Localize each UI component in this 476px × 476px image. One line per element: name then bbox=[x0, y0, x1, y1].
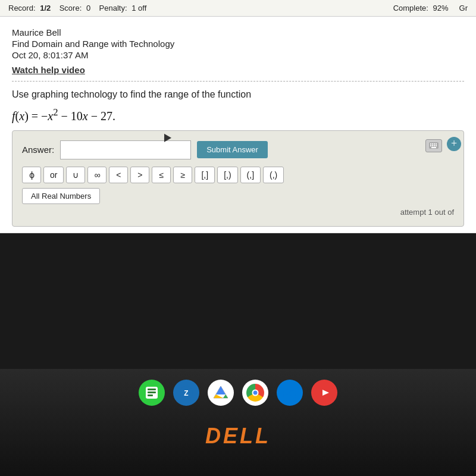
svg-rect-7 bbox=[434, 145, 435, 146]
score-label: Score: bbox=[60, 4, 82, 12]
main-content: Maurice Bell Find Domain and Range with … bbox=[0, 17, 476, 233]
complete-value: 92% bbox=[433, 4, 449, 12]
top-bar: Record: 1/2 Score: 0 Penalty: 1 off Comp… bbox=[0, 0, 476, 17]
youtube-icon[interactable] bbox=[311, 380, 337, 406]
or-button[interactable]: or bbox=[43, 167, 64, 183]
onedrive-icon[interactable] bbox=[277, 380, 303, 406]
answer-input[interactable] bbox=[60, 140, 191, 159]
geq-button[interactable]: ≥ bbox=[173, 167, 192, 183]
svg-text:Z: Z bbox=[184, 389, 188, 397]
infinity-button[interactable]: ∞ bbox=[87, 167, 107, 183]
svg-rect-3 bbox=[434, 143, 435, 145]
watch-help-link[interactable]: Watch help video bbox=[12, 65, 464, 75]
penalty-label: Penalty: bbox=[99, 4, 127, 12]
all-real-numbers-button[interactable]: All Real Numbers bbox=[22, 188, 100, 204]
divider bbox=[12, 81, 464, 82]
half-open-left-button[interactable]: (,] bbox=[240, 167, 261, 183]
taskbar-icons: Z bbox=[139, 380, 337, 406]
svg-rect-1 bbox=[430, 143, 431, 145]
svg-rect-9 bbox=[431, 147, 436, 148]
symbol-row: ϕ or ∪ ∞ < > ≤ ≥ [,] [,) (,] (,) bbox=[22, 167, 454, 183]
attempt-text: attempt 1 out of bbox=[22, 208, 454, 217]
svg-rect-11 bbox=[148, 389, 156, 390]
zoom-icon[interactable]: Z bbox=[173, 380, 199, 406]
svg-rect-4 bbox=[436, 143, 437, 145]
svg-rect-8 bbox=[436, 145, 437, 146]
svg-rect-2 bbox=[432, 143, 433, 145]
svg-marker-17 bbox=[216, 386, 226, 394]
penalty-value: 1 off bbox=[131, 4, 146, 12]
all-real-numbers-row: All Real Numbers bbox=[22, 188, 454, 204]
record-label: Record: bbox=[8, 4, 36, 12]
svg-rect-12 bbox=[148, 392, 156, 393]
answer-row: Answer: Submit Answer bbox=[22, 140, 454, 159]
answer-label: Answer: bbox=[22, 145, 54, 155]
student-name: Maurice Bell bbox=[12, 27, 464, 37]
less-button[interactable]: < bbox=[109, 167, 128, 183]
assignment-title: Find Domain and Range with Technology bbox=[12, 39, 464, 49]
svg-marker-19 bbox=[223, 394, 228, 398]
google-classroom-icon[interactable] bbox=[139, 380, 165, 406]
svg-marker-18 bbox=[214, 394, 223, 398]
taskbar: Z bbox=[0, 369, 476, 476]
keyboard-icon[interactable] bbox=[425, 139, 442, 152]
top-bar-right: Complete: 92% Gr bbox=[393, 4, 468, 12]
complete-info: Complete: 92% bbox=[393, 4, 449, 12]
problem-instructions: Use graphing technology to find the rang… bbox=[12, 87, 464, 102]
record-info: Record: 1/2 Score: 0 Penalty: 1 off bbox=[8, 4, 146, 12]
svg-point-22 bbox=[289, 390, 296, 396]
answer-box: + Answer: Submit Answer ϕ or ∪ ∞ < > ≤ ≥… bbox=[12, 130, 464, 227]
dell-logo: DELL bbox=[205, 424, 271, 449]
greater-button[interactable]: > bbox=[130, 167, 149, 183]
svg-rect-5 bbox=[430, 145, 431, 146]
complete-label: Complete: bbox=[393, 4, 428, 12]
record-value: 1/2 bbox=[40, 4, 51, 12]
open-interval-button[interactable]: (,) bbox=[263, 167, 284, 183]
svg-rect-13 bbox=[148, 394, 153, 396]
leq-button[interactable]: ≤ bbox=[152, 167, 171, 183]
phi-button[interactable]: ϕ bbox=[22, 167, 41, 183]
submit-answer-button[interactable]: Submit Answer bbox=[197, 141, 268, 158]
grade-label: Gr bbox=[459, 4, 468, 12]
closed-interval-button[interactable]: [,] bbox=[195, 167, 215, 183]
function-expression: f(x) = −x2 − 10x − 27. bbox=[12, 105, 464, 124]
half-open-right-button[interactable]: [,) bbox=[217, 167, 237, 183]
chrome-icon[interactable] bbox=[242, 380, 268, 406]
svg-point-21 bbox=[283, 389, 290, 395]
plus-icon[interactable]: + bbox=[447, 137, 461, 151]
date-time: Oct 20, 8:01:37 AM bbox=[12, 50, 464, 60]
top-bar-left: Record: 1/2 Score: 0 Penalty: 1 off bbox=[8, 4, 146, 12]
google-drive-icon[interactable] bbox=[208, 380, 234, 406]
union-button[interactable]: ∪ bbox=[66, 167, 85, 183]
svg-rect-6 bbox=[432, 145, 433, 146]
score-value: 0 bbox=[86, 4, 90, 12]
